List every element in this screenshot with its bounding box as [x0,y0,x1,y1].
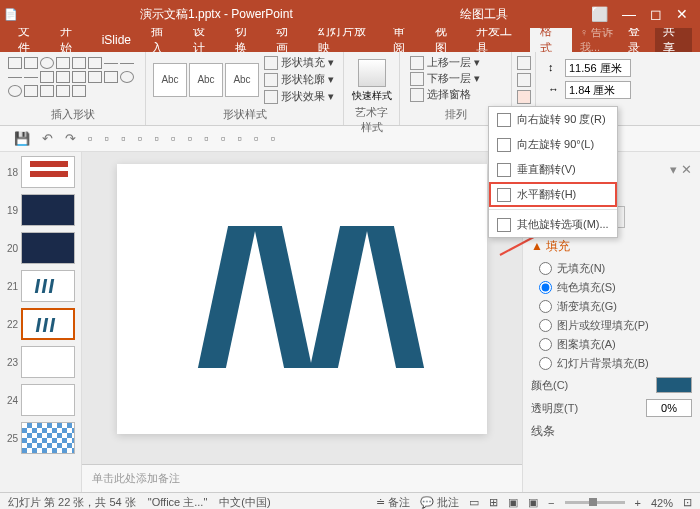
flip-vertical[interactable]: 垂直翻转(V) [489,157,617,182]
qat-redo-icon[interactable]: ↷ [65,131,76,146]
selection-pane-button[interactable]: 选择窗格 [410,87,501,102]
shape-effects-button[interactable]: 形状效果 ▾ [264,89,334,104]
qat-item[interactable]: ▫ [271,131,276,146]
rotate-left-90[interactable]: 向左旋转 90°(L) [489,132,617,157]
height-input[interactable] [565,59,631,77]
slide-canvas-area: 单击此处添加备注 [82,152,522,492]
rotate-dropdown-menu: 向右旋转 90 度(R) 向左旋转 90°(L) 垂直翻转(V) 水平翻转(H)… [488,106,618,238]
fill-slide-bg[interactable]: 幻灯片背景填充(B) [539,356,692,371]
transparency-input[interactable] [646,399,692,417]
qat-save-icon[interactable]: 💾 [14,131,30,146]
minimize-button[interactable]: — [622,6,636,22]
width-input-row: ↔ [548,81,631,99]
notes-toggle[interactable]: ≐ 备注 [376,495,410,509]
comments-toggle[interactable]: 💬 批注 [420,495,459,509]
color-picker[interactable] [656,377,692,393]
rotate-left-icon [497,138,511,152]
line-section-header[interactable]: 线条 [531,423,692,440]
transparency-label: 透明度(T) [531,401,578,416]
qat-item[interactable]: ▫ [154,131,159,146]
more-rotation-options[interactable]: 其他旋转选项(M)... [489,212,617,237]
qat-item[interactable]: ▫ [105,131,110,146]
app-icon: 📄 [4,8,18,21]
qat-item[interactable]: ▫ [121,131,126,146]
flip-v-icon [497,163,511,177]
close-button[interactable]: ✕ [676,6,688,22]
logo-shape[interactable] [213,226,409,368]
thumbnail-19[interactable]: 19 [4,194,77,226]
close-pane-button[interactable]: ▾ ✕ [670,162,692,177]
quick-style-button[interactable]: 快速样式 [350,55,393,103]
qat-item[interactable]: ▫ [221,131,226,146]
tab-islide[interactable]: iSlide [92,30,141,50]
maximize-button[interactable]: ◻ [650,6,662,22]
shape-style-gallery[interactable]: Abc Abc Abc [152,62,260,98]
group-label-wordart: 艺术字样式 [350,105,393,135]
view-normal-icon[interactable]: ▭ [469,496,479,509]
view-reading-icon[interactable]: ▣ [508,496,518,509]
outline-icon [264,73,278,87]
fill-picture[interactable]: 图片或纹理填充(P) [539,318,692,333]
fill-icon [264,56,278,70]
color-label: 颜色(C) [531,378,568,393]
rotate-right-icon [497,113,511,127]
thumbnail-23[interactable]: 23 [4,346,77,378]
thumbnail-18[interactable]: 18 [4,156,77,188]
status-bar: 幻灯片 第 22 张，共 54 张 "Office 主..." 中文(中国) ≐… [0,492,700,509]
slide-thumbnails-panel[interactable]: 18 19 20 21 22 23 24 25 [0,152,82,492]
width-icon: ↔ [548,83,562,97]
qat-undo-icon[interactable]: ↶ [42,131,53,146]
ribbon: 插入形状 Abc Abc Abc 形状填充 ▾ 形状轮廓 ▾ 形状效果 ▾ 形状… [0,52,700,126]
notes-pane[interactable]: 单击此处添加备注 [82,464,522,492]
flip-horizontal[interactable]: 水平翻转(H) [489,182,617,207]
wordart-icon [358,59,386,87]
more-icon [497,218,511,232]
qat-item[interactable]: ▫ [204,131,209,146]
ribbon-display-icon[interactable]: ⬜ [591,6,608,22]
tell-me-input[interactable]: ♀ 告诉我... [580,25,629,55]
language-indicator[interactable]: 中文(中国) [219,495,270,509]
qat-item[interactable]: ▫ [254,131,259,146]
qat-item[interactable]: ▫ [171,131,176,146]
backward-icon [410,72,424,86]
view-slideshow-icon[interactable]: ▣ [528,496,538,509]
fill-gradient[interactable]: 渐变填充(G) [539,299,692,314]
qat-item[interactable]: ▫ [237,131,242,146]
qat-item[interactable]: ▫ [88,131,93,146]
thumbnail-24[interactable]: 24 [4,384,77,416]
document-title: 演示文稿1.pptx - PowerPoint [140,6,293,23]
zoom-slider[interactable] [565,501,625,504]
group-label-insert-shape: 插入形状 [6,107,139,122]
thumbnail-21[interactable]: 21 [4,270,77,302]
group-label-shape-style: 形状样式 [152,107,337,122]
slide-canvas[interactable] [117,164,487,434]
shape-fill-button[interactable]: 形状填充 ▾ [264,55,334,70]
fill-solid[interactable]: 纯色填充(S) [539,280,692,295]
group-button[interactable] [517,73,531,87]
send-backward-button[interactable]: 下移一层 ▾ [410,71,501,86]
view-sorter-icon[interactable]: ⊞ [489,496,498,509]
width-input[interactable] [565,81,631,99]
bring-forward-button[interactable]: 上移一层 ▾ [410,55,501,70]
shape-outline-button[interactable]: 形状轮廓 ▾ [264,72,334,87]
thumbnail-22[interactable]: 22 [4,308,77,340]
rotate-right-90[interactable]: 向右旋转 90 度(R) [489,107,617,132]
zoom-level[interactable]: 42% [651,497,673,509]
shape-gallery[interactable] [6,55,136,99]
fill-pattern[interactable]: 图案填充(A) [539,337,692,352]
align-button[interactable] [517,56,531,70]
ribbon-tabs: 文件 开始 iSlide 插入 设计 切换 动画 幻灯片放映 审阅 视图 开发工… [0,28,700,52]
fit-to-window-icon[interactable]: ⊡ [683,496,692,509]
theme-name: "Office 主..." [148,495,208,509]
qat-item[interactable]: ▫ [138,131,143,146]
thumbnail-20[interactable]: 20 [4,232,77,264]
forward-icon [410,56,424,70]
thumbnail-25[interactable]: 25 [4,422,77,454]
fill-section-header[interactable]: ▲ 填充 [531,238,692,255]
height-input-row: ↕ [548,59,631,77]
height-icon: ↕ [548,61,562,75]
contextual-tab-title: 绘图工具 [460,6,508,23]
fill-none[interactable]: 无填充(N) [539,261,692,276]
rotate-button[interactable] [517,90,531,104]
qat-item[interactable]: ▫ [188,131,193,146]
